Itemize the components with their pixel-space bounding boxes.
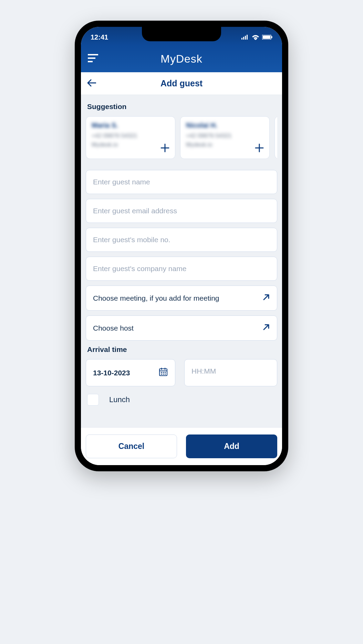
- menu-icon[interactable]: [88, 54, 98, 64]
- device-notch: [142, 27, 221, 41]
- choose-host-label: Choose host: [93, 324, 134, 332]
- svg-rect-0: [241, 38, 242, 40]
- arrival-row: 13-10-2023 HH:MM: [86, 359, 277, 386]
- add-button[interactable]: Add: [186, 434, 277, 458]
- svg-rect-3: [247, 35, 248, 40]
- svg-rect-2: [245, 36, 246, 40]
- suggestion-name: Nicolai H.: [186, 121, 264, 129]
- suggestion-phone: +42 09876 54321: [186, 131, 264, 140]
- guest-email-input[interactable]: [86, 199, 277, 223]
- suggestion-card[interactable]: Nicolai H. +42 09876 54321 Mydesk.io: [180, 116, 270, 159]
- svg-rect-7: [88, 54, 98, 55]
- arrival-time-label: Arrival time: [87, 345, 276, 354]
- svg-rect-19: [165, 374, 166, 375]
- guest-mobile-input[interactable]: [86, 228, 277, 252]
- guest-name-input[interactable]: [86, 170, 277, 194]
- suggestion-list[interactable]: Maria S. +42 09876 54321 Mydesk.io Nicol…: [86, 116, 277, 159]
- lunch-checkbox[interactable]: [87, 394, 99, 406]
- suggestion-name: Maria S.: [92, 121, 169, 129]
- battery-icon: [262, 35, 272, 40]
- svg-rect-15: [163, 372, 164, 373]
- svg-rect-5: [263, 35, 270, 39]
- svg-rect-17: [161, 374, 162, 375]
- arrival-date-value: 13-10-2023: [93, 369, 130, 377]
- back-icon[interactable]: [87, 79, 96, 88]
- wifi-icon: [252, 34, 259, 40]
- suggestion-domain: Mydesk.io: [186, 140, 264, 149]
- phone-frame: 12:41 MyDesk: [75, 21, 288, 471]
- plus-icon[interactable]: [160, 143, 169, 154]
- bottom-action-bar: Cancel Add: [81, 427, 282, 465]
- arrival-time-placeholder: HH:MM: [191, 367, 216, 375]
- status-icons: [241, 34, 272, 40]
- cancel-button[interactable]: Cancel: [86, 434, 177, 458]
- plus-icon[interactable]: [255, 143, 264, 154]
- signal-icon: [241, 35, 249, 40]
- svg-rect-6: [271, 36, 272, 38]
- lunch-row: Lunch: [87, 394, 276, 406]
- suggestion-domain: Mydesk.io: [92, 140, 169, 149]
- suggestion-card[interactable]: Maria S. +42 09876 54321 Mydesk.io: [86, 116, 175, 159]
- svg-rect-14: [161, 372, 162, 373]
- suggestion-phone: +42 09876 54321: [92, 131, 169, 140]
- svg-rect-16: [165, 372, 166, 373]
- svg-rect-8: [88, 57, 95, 59]
- suggestion-card-overflow[interactable]: [274, 116, 277, 159]
- app-header: MyDesk: [81, 45, 282, 72]
- svg-rect-18: [163, 374, 164, 375]
- choose-meeting-label: Choose meeting, if you add for meeting: [93, 294, 219, 302]
- svg-rect-1: [243, 37, 244, 40]
- svg-rect-9: [88, 61, 93, 62]
- arrival-time-field[interactable]: HH:MM: [184, 359, 277, 386]
- choose-meeting-select[interactable]: Choose meeting, if you add for meeting: [86, 286, 277, 311]
- page-title: Add guest: [160, 78, 203, 88]
- suggestion-label: Suggestion: [87, 103, 276, 111]
- guest-company-input[interactable]: [86, 257, 277, 281]
- screen: 12:41 MyDesk: [81, 27, 282, 465]
- app-title: MyDesk: [160, 53, 203, 65]
- arrow-up-right-icon: [262, 323, 270, 333]
- arrow-up-right-icon: [262, 293, 270, 303]
- choose-host-select[interactable]: Choose host: [86, 315, 277, 341]
- calendar-icon: [158, 367, 168, 378]
- arrival-date-field[interactable]: 13-10-2023: [86, 359, 175, 386]
- content-scroll[interactable]: Suggestion Maria S. +42 09876 54321 Myde…: [81, 95, 282, 427]
- status-time: 12:41: [91, 33, 108, 41]
- page-header: Add guest: [81, 72, 282, 95]
- lunch-label: Lunch: [109, 395, 130, 404]
